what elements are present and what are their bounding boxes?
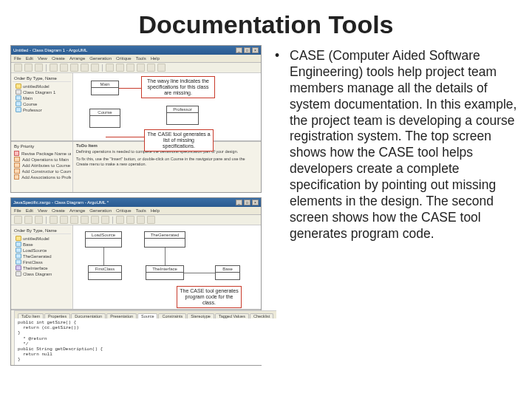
menu-item[interactable]: Arrange (69, 208, 85, 213)
toolbar-button[interactable] (14, 64, 22, 72)
toolbar-button[interactable] (60, 216, 68, 224)
diagram-canvas[interactable]: LoadSource TheGenerated FirstClass TheIn… (73, 225, 261, 309)
menu-item[interactable]: View (38, 56, 47, 61)
tree-item[interactable]: LoadSource (13, 248, 71, 253)
detail-tab[interactable]: Properties (44, 313, 70, 319)
tree-item[interactable]: Base (13, 242, 71, 248)
toolbar-button[interactable] (24, 216, 33, 224)
toolbar-button[interactable] (126, 216, 134, 224)
navigator-header: Order By Type, Name (13, 228, 71, 234)
tree-item[interactable]: TheGenerated (13, 253, 71, 259)
menu-item[interactable]: Critique (116, 56, 132, 61)
uml-class-box[interactable]: Main (91, 81, 119, 95)
description-column: • CASE (Computer Aided Software Engineer… (275, 45, 519, 366)
menu-item[interactable]: Arrange (69, 56, 85, 61)
uml-class-box[interactable]: Course (89, 109, 120, 128)
toolbar-button[interactable] (106, 64, 114, 72)
menu-item[interactable]: Generation (89, 56, 112, 61)
todo-item[interactable]: Add Attributes to Course (13, 163, 71, 168)
todo-item[interactable]: Add Operations to Main (13, 157, 71, 163)
menu-item[interactable]: Tools (136, 56, 146, 61)
navigator-tree[interactable]: untitledModelBaseLoadSourceTheGeneratedF… (13, 236, 71, 277)
uml-class-box[interactable]: Professor (166, 106, 199, 125)
uml-class-box[interactable]: FirstClass (88, 265, 122, 280)
generated-source-code[interactable]: public int getSize() { return (cc.getSiz… (15, 318, 276, 365)
todo-priority[interactable]: High (13, 324, 14, 330)
toolbar-button[interactable] (101, 216, 109, 224)
minimize-icon[interactable]: _ (236, 200, 242, 205)
todo-item[interactable]: Add Constructor to Course (13, 168, 71, 174)
detail-tab[interactable]: Constraints (158, 313, 186, 319)
maximize-icon[interactable]: □ (244, 200, 250, 205)
tree-item[interactable]: TheInterface (13, 265, 71, 271)
toolbar-button[interactable] (126, 64, 134, 72)
uml-class-box[interactable]: TheInterface (146, 265, 184, 280)
toolbar-button[interactable] (147, 216, 155, 224)
tree-item[interactable]: Course (13, 101, 71, 107)
toolbar-button[interactable] (81, 64, 89, 72)
todo-list[interactable]: By Priority Revise Package Name untit...… (11, 142, 73, 192)
toolbar-button[interactable] (70, 216, 78, 224)
tree-item[interactable]: Professor (13, 107, 71, 113)
toolbar-button[interactable] (50, 64, 58, 72)
toolbar-button[interactable] (24, 64, 33, 72)
menu-item[interactable]: File (14, 56, 21, 61)
toolbar-button[interactable] (60, 64, 68, 72)
window-buttons: _ □ × (236, 47, 259, 53)
toolbar-button[interactable] (137, 216, 145, 224)
toolbar-button[interactable] (91, 64, 99, 72)
detail-tab[interactable]: ToDo Item (18, 313, 44, 319)
uml-class-name: Main (92, 81, 118, 88)
maximize-icon[interactable]: □ (244, 47, 250, 53)
tree-item[interactable]: Main (13, 95, 71, 101)
close-icon[interactable]: × (252, 200, 259, 205)
menu-item[interactable]: Create (52, 56, 65, 61)
detail-tab[interactable]: Source (137, 313, 157, 319)
menu-item[interactable]: Help (151, 208, 160, 213)
todo-icon (14, 151, 19, 156)
tree-item[interactable]: Class Diagram 1 (13, 89, 71, 95)
todo-icon (14, 163, 20, 168)
menu-item[interactable]: Help (151, 56, 160, 61)
menu-item[interactable]: Create (52, 208, 65, 213)
toolbar-button[interactable] (137, 64, 145, 72)
tree-item[interactable]: untitledModel (13, 83, 71, 89)
navigator-tree[interactable]: untitledModelClass Diagram 1MainCoursePr… (13, 83, 71, 113)
toolbar-button[interactable] (81, 216, 89, 224)
detail-tab[interactable]: Documentation (71, 313, 106, 319)
toolbar-button[interactable] (14, 216, 22, 224)
toolbar-button[interactable] (116, 216, 124, 224)
toolbar-button[interactable] (91, 216, 99, 224)
uml-class-box[interactable]: TheGenerated (144, 231, 185, 248)
uml-class-box[interactable]: Base (215, 265, 240, 280)
menu-item[interactable]: Edit (26, 56, 33, 61)
detail-tab[interactable]: Tagged Values (215, 313, 249, 319)
toolbar-button[interactable] (147, 64, 155, 72)
toolbar-button[interactable] (116, 64, 124, 72)
menu-item[interactable]: Edit (26, 208, 33, 213)
menu-item[interactable]: File (14, 208, 21, 213)
uml-class-box[interactable]: LoadSource (85, 231, 122, 248)
tree-item[interactable]: FirstClass (13, 259, 71, 265)
menu-item[interactable]: Critique (116, 208, 132, 213)
minimize-icon[interactable]: _ (236, 47, 242, 53)
tree-item[interactable]: Class Diagram (13, 271, 71, 277)
toolbar-button[interactable] (35, 64, 43, 72)
close-icon[interactable]: × (252, 47, 259, 53)
detail-tab[interactable]: Checklist (250, 313, 273, 319)
toolbar-button[interactable] (157, 64, 166, 72)
toolbar-button[interactable] (50, 216, 58, 224)
detail-tab[interactable]: Stereotype (187, 313, 214, 319)
todo-item[interactable]: Add Associations to Profes... (13, 174, 71, 180)
detail-tab[interactable]: Presentation (106, 313, 137, 319)
main-split: Order By Type, Name untitledModelClass D… (11, 73, 261, 140)
diagram-canvas[interactable]: Main Course Professor The wavy line indi… (73, 73, 261, 140)
menu-item[interactable]: Tools (136, 208, 146, 213)
toolbar-button[interactable] (35, 216, 43, 224)
todo-priority[interactable]: Medium (13, 330, 14, 335)
menu-item[interactable]: View (38, 208, 47, 213)
tree-item[interactable]: untitledModel (13, 236, 71, 242)
menu-item[interactable]: Generation (89, 208, 112, 213)
todo-item[interactable]: Revise Package Name untit... (13, 151, 71, 157)
toolbar-button[interactable] (70, 64, 78, 72)
